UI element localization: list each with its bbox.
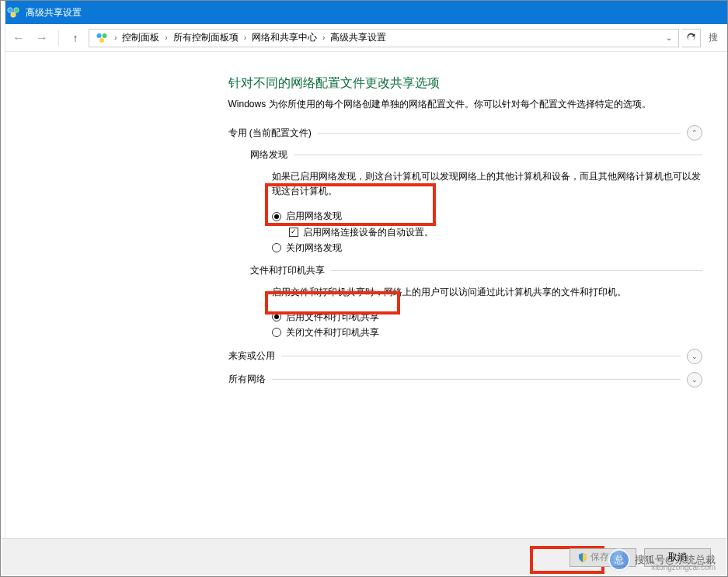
group-description: 启用文件和打印机共享时，网络上的用户可以访问通过此计算机共享的文件和打印机。 [272, 285, 702, 300]
profile-guest: 来宾或公用 ⌄ [228, 349, 702, 364]
navbar: ← → ↑ › 控制面板 › 所有控制面板项 › 网络和共享中心 › 高级共享设… [1, 24, 727, 52]
option-label: 关闭文件和打印机共享 [286, 325, 379, 340]
svg-point-5 [99, 38, 104, 43]
profile-label: 来宾或公用 [228, 349, 275, 363]
profile-private: 专用 (当前配置文件) ⌃ 网络发现 如果已启用网络发现，则这台计算机可以发现网… [228, 125, 702, 341]
group-description: 如果已启用网络发现，则这台计算机可以发现网络上的其他计算机和设备，而且其他网络计… [272, 169, 702, 199]
chevron-right-icon: › [163, 33, 169, 42]
shield-icon [578, 553, 587, 562]
watermark-url: xitongzongcai.com [651, 563, 716, 572]
option-label: 启用网络发现 [286, 208, 342, 224]
radio-icon [272, 312, 281, 322]
chevron-right-icon: › [113, 33, 118, 42]
profile-header-private[interactable]: 专用 (当前配置文件) ⌃ [228, 125, 702, 141]
refresh-button[interactable] [682, 29, 701, 47]
radio-icon [272, 328, 281, 337]
chevron-up-icon[interactable]: ⌃ [687, 125, 702, 141]
breadcrumb[interactable]: › 控制面板 › 所有控制面板项 › 网络和共享中心 › 高级共享设置 ⌄ [89, 29, 679, 47]
radio-network-discovery-off[interactable]: 关闭网络发现 [272, 240, 702, 255]
divider [318, 133, 681, 134]
chevron-down-icon[interactable]: ⌄ [687, 349, 702, 364]
nav-up-button[interactable]: ↑ [65, 28, 85, 48]
checkbox-auto-setup[interactable]: 启用网络连接设备的自动设置。 [289, 224, 702, 240]
divider [294, 155, 702, 155]
group-file-printer-sharing: 文件和打印机共享 启用文件和打印机共享时，网络上的用户可以访问通过此计算机共享的… [250, 264, 702, 341]
radio-file-sharing-off[interactable]: 关闭文件和打印机共享 [272, 325, 702, 340]
profile-all-networks: 所有网络 ⌄ [228, 372, 702, 388]
breadcrumb-item[interactable]: 高级共享设置 [328, 31, 388, 44]
network-icon [7, 6, 19, 19]
group-label: 文件和打印机共享 [250, 264, 325, 277]
radio-icon [272, 243, 281, 252]
svg-point-4 [103, 33, 107, 38]
radio-icon [272, 212, 281, 221]
chevron-right-icon: › [242, 33, 248, 42]
breadcrumb-item[interactable]: 控制面板 [120, 31, 162, 44]
svg-point-0 [8, 8, 12, 12]
breadcrumb-item[interactable]: 网络和共享中心 [249, 31, 319, 44]
svg-point-2 [11, 12, 16, 17]
chevron-down-icon[interactable]: ⌄ [687, 372, 702, 388]
breadcrumb-dropdown[interactable]: ⌄ [663, 33, 675, 42]
content-scroll[interactable]: 针对不同的网络配置文件更改共享选项 Windows 为你所使用的每个网络创建单独… [1, 52, 727, 576]
nav-forward-button[interactable]: → [32, 28, 52, 48]
divider [272, 379, 681, 380]
option-label: 启用文件和打印机共享 [286, 309, 379, 325]
breadcrumb-item[interactable]: 所有控制面板项 [171, 31, 241, 44]
svg-point-1 [14, 8, 19, 12]
footer: 保存更改 取消 总 搜狐号@系统总裁 xitongzongcai.com [2, 538, 726, 575]
checkbox-icon [289, 228, 298, 237]
page-title: 针对不同的网络配置文件更改共享选项 [228, 75, 702, 92]
svg-point-3 [97, 33, 102, 38]
divider [281, 356, 681, 356]
group-network-discovery: 网络发现 如果已启用网络发现，则这台计算机可以发现网络上的其他计算机和设备，而且… [250, 148, 702, 256]
option-label: 启用网络连接设备的自动设置。 [303, 224, 434, 240]
chevron-right-icon: › [321, 33, 326, 42]
divider [331, 270, 702, 271]
option-label: 关闭网络发现 [286, 240, 342, 255]
profile-header-guest[interactable]: 来宾或公用 ⌄ [228, 349, 702, 364]
nav-back-button[interactable]: ← [9, 28, 29, 48]
breadcrumb-icon [96, 32, 108, 44]
titlebar: 高级共享设置 [1, 1, 727, 24]
group-label: 网络发现 [250, 148, 287, 162]
search-field-stub[interactable]: 搜 [707, 29, 719, 47]
nav-separator [58, 30, 59, 46]
profile-header-all[interactable]: 所有网络 ⌄ [228, 372, 702, 388]
window-title: 高级共享设置 [26, 6, 82, 19]
radio-network-discovery-on[interactable]: 启用网络发现 [272, 208, 702, 224]
page-subtitle: Windows 为你所使用的每个网络创建单独的网络配置文件。你可以针对每个配置文… [228, 98, 702, 111]
refresh-icon [686, 33, 696, 43]
profile-label: 所有网络 [228, 373, 266, 386]
watermark-badge-icon: 总 [608, 549, 630, 571]
watermark: 总 搜狐号@系统总裁 xitongzongcai.com [608, 549, 716, 571]
radio-file-sharing-on[interactable]: 启用文件和打印机共享 [272, 309, 702, 325]
profile-label: 专用 (当前配置文件) [228, 127, 312, 140]
